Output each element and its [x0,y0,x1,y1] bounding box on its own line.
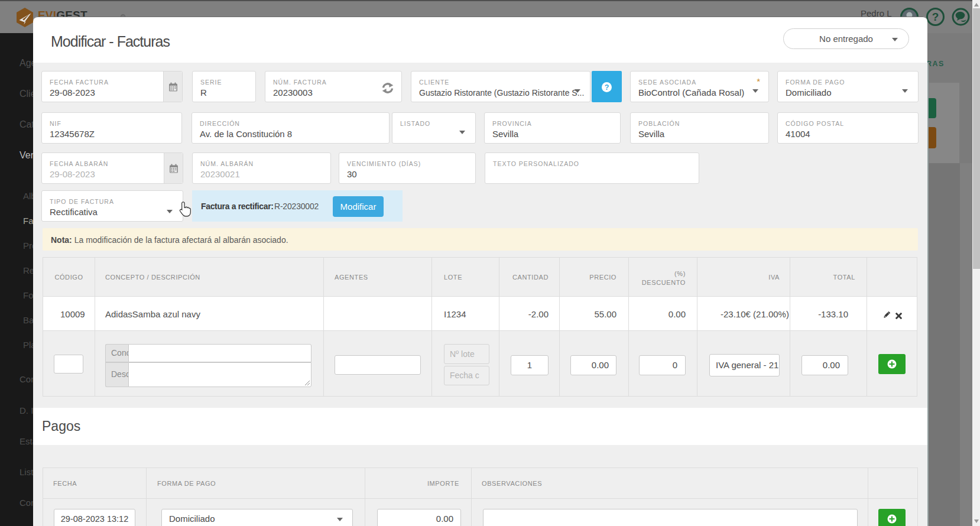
svg-text:?: ? [605,83,609,92]
